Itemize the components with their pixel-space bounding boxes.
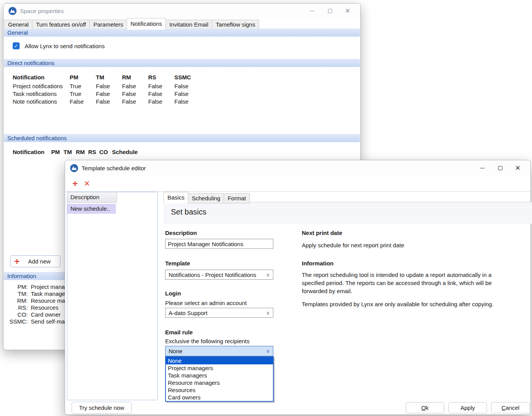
scheduled-notifications-header-row: NotificationPMTMRMRSCOSchedule	[13, 149, 138, 155]
email-rule-option[interactable]: None	[166, 357, 273, 364]
legend-value: Send self-mad	[31, 318, 68, 325]
table-cell: Project notifications	[13, 83, 70, 89]
editor-toolbar: + ✕	[65, 176, 530, 192]
section-header-general: General	[4, 29, 360, 37]
table-cell: True	[70, 91, 96, 97]
apply-button[interactable]: Apply	[448, 402, 487, 413]
email-rule-dropdown-list: NoneProject managersTask managersResourc…	[165, 356, 274, 402]
login-label: Login	[165, 290, 181, 297]
table-cell: Notification	[13, 74, 70, 81]
add-schedule-icon[interactable]: +	[72, 179, 78, 188]
table-header-cell: Notification	[13, 149, 51, 155]
table-cell: False	[122, 91, 148, 97]
legend-value: Task manager	[31, 290, 67, 297]
maximize-icon[interactable]	[321, 5, 339, 17]
table-row: Note notificationsFalseFalseFalseFalseFa…	[13, 97, 205, 105]
table-cell: TM	[96, 74, 122, 81]
legend-key: RS:	[3, 304, 28, 311]
close-icon[interactable]: ✕	[509, 162, 527, 174]
editor-tabs: BasicsSchedulingFormat	[164, 192, 249, 203]
cancel-button[interactable]: Cancel	[491, 402, 530, 413]
table-cell: False	[96, 91, 122, 97]
legend-row: TM:Task manager	[3, 290, 69, 297]
app-logo-icon	[70, 164, 78, 172]
ok-button[interactable]: Ok	[406, 402, 444, 413]
table-cell: False	[174, 91, 205, 97]
set-basics-panel: Set basics	[164, 202, 532, 224]
try-schedule-now-button[interactable]: Try schedule now	[72, 402, 132, 414]
space-titlebar: Space properties ✕	[3, 3, 360, 18]
delete-schedule-icon[interactable]: ✕	[84, 180, 90, 187]
table-header-cell: TM	[64, 149, 76, 155]
template-select[interactable]: Notifications - Project Notifications ∨	[165, 270, 273, 280]
legend-row: SSMC:Send self-mad	[3, 318, 69, 325]
table-cell: PM	[70, 74, 96, 81]
legend-value: Resources	[31, 304, 59, 311]
email-rule-option[interactable]: Resource managers	[166, 379, 273, 386]
table-cell: False	[148, 98, 174, 105]
plus-icon: +	[14, 257, 20, 266]
app-logo-icon	[8, 7, 17, 15]
space-properties-tabs: GeneralTurn features on/offParametersNot…	[4, 18, 259, 30]
legend-row: RS:Resources	[3, 304, 69, 311]
direct-notifications-table: NotificationPMTMRMRSSSMCProject notifica…	[13, 73, 205, 105]
information-text-2: Templates provided by Lynx are only avai…	[302, 300, 514, 308]
table-cell: Task notifications	[13, 91, 70, 97]
description-input[interactable]	[165, 239, 273, 249]
table-header-cell: CO	[99, 149, 112, 155]
add-new-label: Add new	[28, 258, 50, 265]
table-cell: False	[174, 98, 205, 105]
information-title: Information	[302, 260, 334, 267]
legend-row: PM:Project manag	[3, 283, 69, 290]
table-header-cell: PM	[51, 149, 64, 155]
description-label: Description	[165, 230, 197, 236]
email-rule-select-value: None	[169, 348, 182, 354]
table-cell: SSMC	[174, 74, 205, 81]
legend-key: SSMC:	[3, 318, 28, 325]
minimize-icon[interactable]	[303, 5, 321, 17]
next-print-date-title: Next print date	[302, 230, 342, 236]
add-new-button[interactable]: + Add new	[10, 255, 60, 267]
tab-basics[interactable]: Basics	[164, 192, 188, 203]
minimize-icon[interactable]	[473, 162, 491, 174]
tab-format[interactable]: Format	[224, 193, 250, 203]
information-text: The report scheduling tool is intended t…	[302, 271, 514, 295]
legend-value: Card owner	[31, 311, 61, 318]
template-label: Template	[165, 260, 190, 267]
email-rule-option[interactable]: Resources	[166, 386, 273, 394]
legend-key: CO:	[3, 311, 28, 318]
email-rule-select[interactable]: None ∨	[165, 346, 273, 356]
table-cell: False	[122, 83, 148, 89]
maximize-icon[interactable]	[491, 162, 509, 174]
legend-key: TM:	[3, 290, 28, 297]
tab-scheduling[interactable]: Scheduling	[188, 193, 224, 203]
schedule-list-header: Description	[67, 192, 117, 203]
table-row: Task notificationsTrueFalseFalseFalseFal…	[13, 90, 205, 97]
tab-notifications[interactable]: Notifications	[127, 18, 166, 30]
login-select[interactable]: A-dato Support ∨	[165, 308, 273, 318]
table-cell: False	[96, 83, 122, 89]
template-schedule-editor-window: Template schedule editor ✕ + ✕ Descripti…	[65, 160, 531, 415]
window-title: Space properties	[20, 8, 64, 14]
table-header-cell: Schedule	[112, 149, 138, 155]
section-header-scheduled-notifications: Scheduled notifications	[4, 134, 360, 142]
email-rule-option[interactable]: Card owners	[166, 394, 273, 401]
email-rule-option[interactable]: Task managers	[166, 372, 273, 379]
table-cell: RS	[148, 74, 174, 81]
legend-row: RM:Resource man	[3, 297, 69, 304]
allow-notifications-checkbox[interactable]: ✓	[13, 42, 20, 49]
chevron-down-icon: ∨	[266, 272, 270, 278]
table-cell: Note notifications	[13, 98, 70, 105]
table-cell: False	[122, 98, 148, 105]
table-cell: False	[148, 91, 174, 97]
abbreviation-legend: PM:Project managTM:Task managerRM:Resour…	[3, 283, 69, 325]
close-icon[interactable]: ✕	[339, 5, 356, 17]
schedule-list-item[interactable]: New schedule..	[67, 204, 116, 214]
legend-key: PM:	[3, 283, 28, 290]
email-rule-option[interactable]: Project managers	[166, 364, 273, 372]
window-title: Template schedule editor	[82, 165, 146, 171]
legend-value: Project manag	[31, 283, 68, 290]
table-cell: True	[70, 83, 96, 89]
template-select-value: Notifications - Project Notifications	[169, 272, 256, 278]
table-header-cell: RM	[76, 149, 88, 155]
